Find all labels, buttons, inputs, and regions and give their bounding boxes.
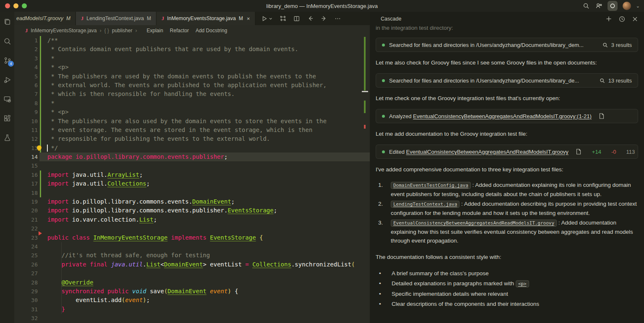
cascade-conversation[interactable]: in the integration test directory: Searc… (370, 26, 644, 323)
code-text[interactable]: } (42, 305, 370, 314)
code-text[interactable]: package io.pillopl.library.common.events… (42, 152, 370, 161)
code-line[interactable]: 3 * (14, 54, 370, 63)
search-view-icon[interactable] (2, 36, 12, 46)
code-line[interactable]: 32 (14, 314, 370, 323)
line-number[interactable]: 27 (14, 269, 38, 278)
line-number[interactable]: 31 (14, 305, 38, 314)
breadcrumb-symbol[interactable]: publisher (112, 28, 132, 34)
code-line[interactable]: 20import io.pillopl.library.commons.even… (14, 206, 370, 215)
line-number[interactable]: 17 (14, 179, 38, 188)
code-text[interactable] (42, 224, 370, 233)
overview-ruler[interactable] (361, 36, 370, 323)
code-line[interactable]: 14package io.pillopl.library.common.even… (14, 152, 370, 161)
close-tab-icon[interactable]: × (247, 16, 250, 22)
line-number[interactable]: 12 (14, 134, 38, 143)
avatar[interactable] (623, 2, 631, 10)
code-text[interactable]: /** (42, 36, 370, 45)
line-number[interactable]: 18 (14, 189, 38, 197)
code-text[interactable] (42, 161, 370, 170)
line-number[interactable]: 7 (14, 90, 38, 98)
codelens-action-explain[interactable]: Explain (147, 28, 163, 34)
new-conversation-button[interactable] (605, 16, 612, 22)
code-line[interactable]: 5 * The publishers are used by the domai… (14, 72, 370, 81)
chevron-down-icon[interactable]: ⌄ (636, 3, 640, 9)
code-editor[interactable]: 1/**2 * Contains domain event publishers… (14, 36, 370, 323)
code-text[interactable]: private final java.util.List<DomainEvent… (42, 260, 370, 269)
code-text[interactable] (42, 314, 370, 323)
code-line[interactable]: 10 * The publishers are also used by the… (14, 117, 370, 126)
tool-call-card[interactable]: Searched for files and directories in /U… (376, 38, 638, 52)
source-control-icon[interactable]: 4 (2, 55, 12, 65)
line-number[interactable]: 22 (14, 224, 38, 233)
more-actions-button[interactable] (335, 16, 341, 22)
code-text[interactable]: import io.vavr.collection.List; (42, 215, 370, 224)
tool-call-card[interactable]: Searched for files and directories in /U… (376, 73, 638, 88)
line-number[interactable]: 1 (14, 36, 38, 45)
inline-code-chip[interactable]: <p> (516, 280, 529, 287)
line-number[interactable]: 19 (14, 197, 38, 206)
line-number[interactable]: 23 (14, 233, 38, 242)
tool-call-card[interactable]: Edited EventualConsistencyBetweenAggrega… (376, 145, 638, 159)
code-text[interactable]: * external world. The events are publish… (42, 81, 370, 90)
code-line[interactable]: 8 * (14, 99, 370, 108)
code-line[interactable]: 13 */ (14, 144, 370, 152)
extensions-icon[interactable] (2, 113, 12, 123)
code-line[interactable]: 18 (14, 189, 370, 197)
code-text[interactable]: * <p> (42, 108, 370, 116)
close-panel-button[interactable] (631, 16, 638, 22)
code-text[interactable]: public class InMemoryEventsStorage imple… (42, 233, 370, 242)
code-line[interactable]: 15 (14, 161, 370, 170)
breadcrumb-file[interactable]: InMemoryEventsStorage.java (31, 28, 96, 34)
tool-call-card[interactable]: Analyzed EventualConsistencyBetweenAggre… (376, 109, 638, 123)
inline-code-chip[interactable]: EventualConsistencyBetweenAggregatesAndR… (391, 220, 557, 227)
code-line[interactable]: 29 synchronized public void save(DomainE… (14, 287, 370, 296)
code-line[interactable]: 2 * Contains domain event publishers tha… (14, 45, 370, 54)
code-text[interactable] (42, 269, 370, 278)
line-number[interactable]: 20 (14, 206, 38, 215)
code-line[interactable]: 23public class InMemoryEventsStorage imp… (14, 233, 370, 242)
line-number[interactable]: 9 (14, 108, 38, 116)
code-text[interactable]: eventList.add(event); (42, 296, 370, 305)
line-number[interactable]: 32 (14, 314, 38, 323)
code-line[interactable]: 16import java.util.ArrayList; (14, 171, 370, 179)
code-text[interactable]: import java.util.Collections; (42, 179, 370, 188)
tool-file-link[interactable]: EventualConsistencyBetweenAggregatesAndR… (406, 149, 568, 155)
code-line[interactable]: 30 eventList.add(event); (14, 296, 370, 305)
back-button[interactable] (307, 15, 314, 22)
run-debug-icon[interactable] (2, 75, 12, 85)
code-text[interactable]: @Override (42, 278, 370, 287)
code-text[interactable]: * which is then responsible for handling… (42, 90, 370, 98)
testing-beaker-icon[interactable] (2, 132, 12, 142)
code-line[interactable]: 19import io.pillopl.library.commons.even… (14, 197, 370, 206)
line-number[interactable]: 21 (14, 215, 38, 224)
code-text[interactable]: * <p> (42, 63, 370, 72)
tab-lendingtestcontext-java[interactable]: JLendingTestContext.javaM (76, 12, 156, 25)
line-number[interactable]: 14 (14, 152, 38, 161)
app-icon[interactable] (608, 1, 618, 11)
code-line[interactable]: 6 * external world. The events are publi… (14, 81, 370, 90)
code-line[interactable]: 11 * event storage. The events are store… (14, 126, 370, 134)
code-text[interactable] (42, 189, 370, 197)
tab-inmemoryeventsstorage-java[interactable]: JInMemoryEventsStorage.javaM× (156, 12, 255, 25)
code-line[interactable]: 9 * <p> (14, 108, 370, 116)
tool-file-link[interactable]: EventualConsistencyBetweenAggregatesAndR… (413, 113, 592, 119)
code-text[interactable]: import io.pillopl.library.commons.events… (42, 197, 370, 206)
code-line[interactable]: 7 * which is then responsible for handli… (14, 90, 370, 98)
line-number[interactable]: 2 (14, 45, 38, 54)
code-line[interactable]: 31 } (14, 305, 370, 314)
line-number[interactable]: 16 (14, 171, 38, 179)
codelens-action-add-docstring[interactable]: Add Docstring (195, 28, 227, 34)
history-clock-icon[interactable] (618, 16, 625, 22)
code-text[interactable]: //it's not thread safe, enough for testi… (42, 251, 370, 260)
code-text[interactable]: import io.pillopl.library.commons.events… (42, 206, 370, 215)
line-number[interactable]: 5 (14, 72, 38, 81)
code-line[interactable]: 27 (14, 269, 370, 278)
split-editor-icon[interactable] (293, 16, 300, 22)
code-line[interactable]: 12 * responsible for publishing the even… (14, 134, 370, 143)
explorer-icon[interactable] (2, 17, 12, 27)
run-button[interactable] (261, 16, 273, 22)
lightbulb-icon[interactable] (37, 145, 42, 150)
line-number[interactable]: 29 (14, 287, 38, 296)
line-number[interactable]: 26 (14, 260, 38, 269)
accounts-icon[interactable] (595, 2, 602, 10)
